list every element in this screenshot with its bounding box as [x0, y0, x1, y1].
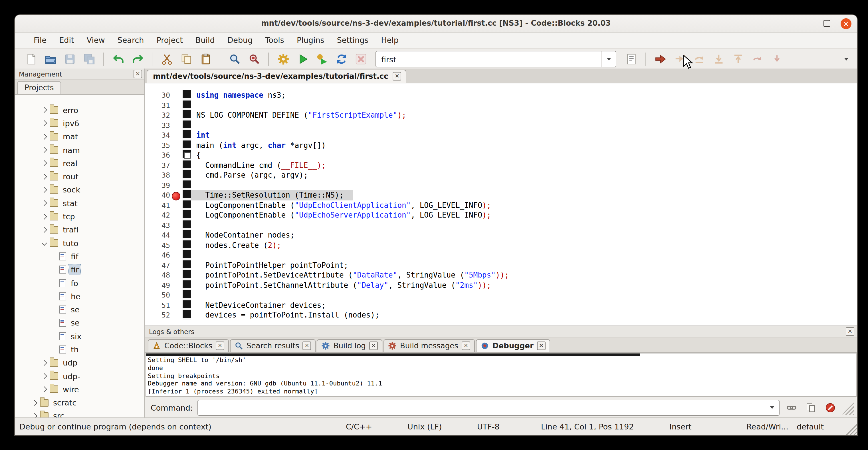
code-editor[interactable]: 30using namespace ns3;3132NS_LOG_COMPONE…	[145, 83, 857, 326]
chevron-right-icon[interactable]	[40, 361, 48, 365]
titlebar[interactable]: mnt/dev/tools/source/ns-3-dev/examples/t…	[15, 15, 857, 33]
replace-icon[interactable]	[246, 52, 262, 66]
chevron-right-icon[interactable]	[40, 387, 48, 391]
log-tab-code-blocks[interactable]: Code::Blocks×	[148, 339, 229, 352]
breakpoint-margin[interactable]	[170, 170, 183, 180]
tree-item-trafl-9[interactable]: trafl	[15, 223, 144, 236]
tree-item-se-15[interactable]: se	[15, 303, 144, 317]
run-icon[interactable]	[294, 52, 310, 66]
copy-log-icon[interactable]	[804, 400, 818, 415]
copy-icon[interactable]	[178, 52, 194, 66]
paste-icon[interactable]	[197, 52, 213, 66]
menu-file[interactable]: File	[27, 33, 53, 48]
code-line-46[interactable]: 46	[145, 250, 857, 260]
tree-item-tcp-8[interactable]: tcp	[15, 210, 144, 223]
breakpoint-margin[interactable]	[170, 260, 183, 270]
menu-plugins[interactable]: Plugins	[290, 33, 331, 48]
menu-view[interactable]: View	[81, 33, 111, 48]
open-file-icon[interactable]	[42, 52, 58, 66]
tree-item-rout-5[interactable]: rout	[15, 170, 144, 183]
log-tab-search-results[interactable]: Search results×	[230, 339, 316, 352]
chevron-right-icon[interactable]	[40, 175, 48, 178]
menu-settings[interactable]: Settings	[331, 33, 375, 48]
tree-item-six-17[interactable]: six	[15, 330, 144, 343]
find-icon[interactable]	[226, 52, 243, 66]
chevron-right-icon[interactable]	[40, 374, 48, 378]
log-tab-build-log[interactable]: Build log×	[317, 339, 382, 352]
tree-item-tuto-10[interactable]: tuto	[15, 236, 144, 250]
tree-item-wire-21[interactable]: wire	[15, 383, 144, 396]
cut-icon[interactable]	[159, 52, 175, 66]
log-tab-debugger[interactable]: Debugger×	[476, 339, 550, 352]
breakpoint-margin[interactable]	[170, 90, 183, 100]
code-line-39[interactable]: 39	[145, 180, 857, 190]
breakpoint-margin[interactable]	[170, 160, 183, 170]
minimize-button[interactable]: –	[802, 18, 813, 29]
breakpoint-margin[interactable]	[170, 310, 183, 320]
toolbar-overflow-icon[interactable]	[840, 58, 852, 61]
redo-icon[interactable]	[129, 52, 146, 66]
tree-item-th-18[interactable]: th	[15, 343, 144, 356]
maximize-button[interactable]	[821, 18, 833, 29]
menu-search[interactable]: Search	[111, 33, 150, 48]
window-resize-grip[interactable]	[845, 423, 857, 435]
command-dropdown-icon[interactable]	[765, 400, 779, 415]
management-close-icon[interactable]: ×	[133, 70, 142, 78]
code-line-50[interactable]: 50	[145, 290, 857, 300]
undo-icon[interactable]	[110, 52, 126, 66]
tree-item-nam-3[interactable]: nam	[15, 143, 144, 157]
menu-tools[interactable]: Tools	[259, 33, 290, 48]
code-line-43[interactable]: 43	[145, 220, 857, 230]
tree-item-fif-11[interactable]: fif	[15, 250, 144, 263]
debug-continue-icon[interactable]	[652, 52, 668, 66]
breakpoint-margin[interactable]	[170, 300, 183, 310]
menu-project[interactable]: Project	[150, 33, 189, 48]
panel-resize-grip[interactable]	[842, 400, 854, 415]
code-line-52[interactable]: 52 devices = pointToPoint.Install (nodes…	[145, 310, 857, 320]
build-icon[interactable]	[275, 52, 291, 66]
tree-item-scratc-22[interactable]: scratc	[15, 396, 144, 410]
breakpoint-margin[interactable]	[170, 200, 183, 210]
chevron-right-icon[interactable]	[30, 400, 38, 404]
tree-item-stat-7[interactable]: stat	[15, 197, 144, 210]
build-target-combo[interactable]: first	[375, 51, 616, 67]
menu-edit[interactable]: Edit	[53, 33, 80, 48]
breakpoint-margin[interactable]	[170, 270, 183, 280]
log-tab-close-icon[interactable]: ×	[462, 341, 470, 350]
chevron-right-icon[interactable]	[40, 214, 48, 218]
breakpoint-margin[interactable]	[170, 290, 183, 300]
tree-item-fir-12[interactable]: fir	[15, 263, 144, 276]
tree-item-erro-0[interactable]: erro	[15, 103, 144, 117]
tab-projects[interactable]: Projects	[17, 81, 61, 94]
code-line-51[interactable]: 51 NetDeviceContainer devices;	[145, 300, 857, 310]
fold-collapse-icon[interactable]: −	[184, 152, 190, 159]
breakpoint-margin[interactable]	[170, 210, 183, 220]
tree-item-src-23[interactable]: src	[15, 410, 144, 418]
code-line-30[interactable]: 30using namespace ns3;	[145, 90, 857, 100]
tree-item-real-4[interactable]: real	[15, 156, 144, 170]
code-line-34[interactable]: 34int	[145, 130, 857, 140]
breakpoint-margin[interactable]	[170, 250, 183, 260]
code-line-49[interactable]: 49 pointToPoint.SetChannelAttribute ("De…	[145, 280, 857, 290]
breakpoint-margin[interactable]	[170, 230, 183, 240]
code-line-32[interactable]: 32NS_LOG_COMPONENT_DEFINE ("FirstScriptE…	[145, 110, 857, 120]
logs-close-icon[interactable]: ×	[846, 327, 854, 336]
log-tab-build-messages[interactable]: Build messages×	[383, 339, 475, 352]
chevron-right-icon[interactable]	[40, 148, 48, 152]
code-line-42[interactable]: 42 LogComponentEnable ("UdpEchoServerApp…	[145, 210, 857, 220]
breakpoint-margin[interactable]	[170, 120, 183, 130]
log-tab-close-icon[interactable]: ×	[216, 341, 224, 350]
chevron-right-icon[interactable]	[40, 228, 48, 232]
tree-item-he-14[interactable]: he	[15, 290, 144, 303]
chevron-right-icon[interactable]	[40, 108, 48, 112]
attach-icon[interactable]	[784, 400, 799, 415]
tree-item-se-16[interactable]: se	[15, 317, 144, 330]
code-line-37[interactable]: 37 CommandLine cmd (__FILE__);	[145, 160, 857, 170]
chevron-right-icon[interactable]	[40, 121, 48, 125]
build-and-run-icon[interactable]	[314, 52, 330, 66]
close-button[interactable]: ×	[841, 18, 851, 29]
code-line-40[interactable]: 40 Time::SetResolution (Time::NS);	[145, 190, 857, 200]
breakpoint-margin[interactable]	[170, 140, 183, 150]
code-line-35[interactable]: 35main (int argc, char *argv[])	[145, 140, 857, 150]
tree-item-fo-13[interactable]: fo	[15, 276, 144, 290]
